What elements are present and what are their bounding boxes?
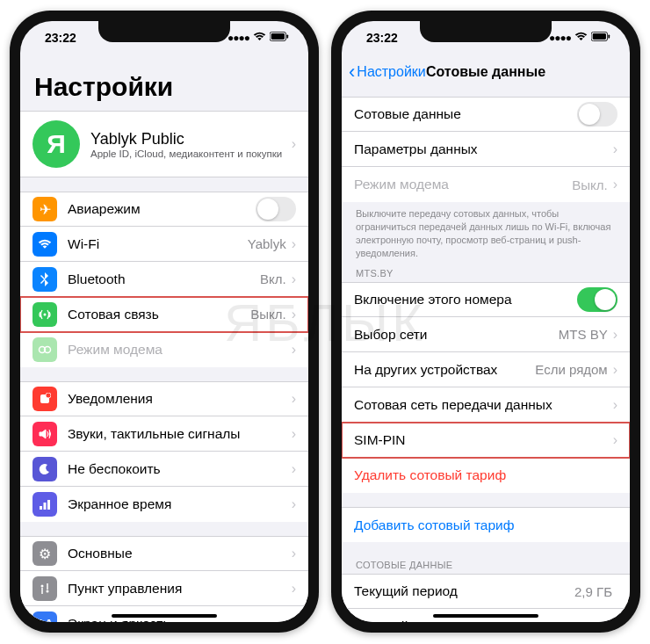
dnd-icon bbox=[32, 457, 57, 481]
row-airplane[interactable]: ✈ Авиарежим bbox=[20, 192, 308, 227]
row-label: SIM-PIN bbox=[354, 432, 613, 448]
row-cellular-network[interactable]: Сотовая сеть передачи данных › bbox=[342, 387, 630, 423]
chevron-right-icon: › bbox=[292, 426, 296, 442]
chevron-right-icon: › bbox=[613, 177, 618, 192]
gear-icon: ⚙ bbox=[32, 541, 57, 566]
screentime-icon bbox=[32, 492, 57, 517]
display-icon: AA bbox=[32, 611, 57, 623]
row-label: Режим модема bbox=[354, 177, 572, 192]
row-data-options[interactable]: Параметры данных › bbox=[342, 132, 630, 167]
sounds-icon bbox=[32, 422, 57, 446]
chevron-right-icon: › bbox=[613, 327, 618, 343]
nav-bar: ‹ Настройки Сотовые данные bbox=[342, 54, 630, 90]
wifi-icon bbox=[32, 232, 57, 257]
home-indicator[interactable] bbox=[433, 614, 538, 618]
back-button[interactable]: ‹ Настройки bbox=[349, 62, 426, 82]
row-cellular-data[interactable]: Сотовые данные bbox=[342, 97, 630, 132]
signal-icon: ●●●● bbox=[228, 32, 249, 44]
chevron-right-icon: › bbox=[292, 342, 296, 358]
row-value: Если рядом bbox=[535, 362, 607, 377]
nav-title: Сотовые данные bbox=[426, 64, 545, 80]
chevron-right-icon: › bbox=[292, 307, 296, 322]
chevron-right-icon: › bbox=[292, 461, 296, 477]
row-notifications[interactable]: Уведомления › bbox=[20, 381, 308, 416]
svg-rect-1 bbox=[271, 33, 285, 40]
row-hotspot: Режим модема › bbox=[20, 332, 308, 367]
group-footer: Выключите передачу сотовых данных, чтобы… bbox=[342, 202, 630, 263]
avatar: Я bbox=[32, 120, 80, 168]
hotspot-icon bbox=[32, 337, 57, 362]
row-current-period[interactable]: Текущий период 2,9 ГБ bbox=[342, 574, 630, 609]
row-bluetooth[interactable]: Bluetooth Вкл. › bbox=[20, 262, 308, 297]
row-label: Удалить сотовый тариф bbox=[354, 467, 618, 483]
chevron-right-icon: › bbox=[292, 581, 296, 597]
cellular-icon bbox=[32, 302, 57, 327]
chevron-right-icon: › bbox=[292, 236, 296, 252]
row-label: Сотовые данные bbox=[354, 106, 577, 122]
row-label: Авиарежим bbox=[68, 201, 256, 217]
row-label: Добавить сотовый тариф bbox=[354, 517, 618, 533]
row-label: Основные bbox=[68, 546, 292, 561]
account-sub: Apple ID, iCloud, медиаконтент и покупки bbox=[90, 148, 282, 159]
account-name: Yablyk Public bbox=[90, 130, 282, 148]
chevron-right-icon: › bbox=[613, 362, 618, 378]
row-value: MTS BY bbox=[559, 327, 608, 342]
row-label: Уведомления bbox=[68, 391, 292, 407]
row-line-enable[interactable]: Включение этого номера bbox=[342, 282, 630, 317]
notch bbox=[420, 21, 552, 42]
row-sim-pin[interactable]: SIM-PIN › bbox=[342, 423, 630, 458]
row-network-select[interactable]: Выбор сети MTS BY › bbox=[342, 317, 630, 352]
row-other-devices[interactable]: На других устройствах Если рядом › bbox=[342, 352, 630, 387]
group-header-usage: СОТОВЫЕ ДАННЫЕ bbox=[342, 554, 630, 574]
chevron-right-icon: › bbox=[292, 391, 296, 407]
row-add-plan[interactable]: Добавить сотовый тариф bbox=[342, 507, 630, 542]
svg-point-7 bbox=[46, 393, 51, 398]
signal-icon: ●●●● bbox=[549, 32, 571, 44]
line-enable-switch[interactable] bbox=[577, 287, 618, 312]
svg-point-3 bbox=[44, 313, 47, 315]
row-label: Сотовая сеть передачи данных bbox=[354, 397, 613, 413]
svg-rect-20 bbox=[593, 33, 606, 40]
row-wifi[interactable]: Wi-Fi Yablyk › bbox=[20, 227, 308, 262]
row-hotspot-r: Режим модема Выкл. › bbox=[342, 167, 630, 202]
apple-id-row[interactable]: Я Yablyk Public Apple ID, iCloud, медиак… bbox=[20, 111, 308, 177]
row-value: 0,4 КБ bbox=[574, 619, 612, 622]
back-label: Настройки bbox=[357, 64, 425, 80]
svg-rect-9 bbox=[44, 503, 47, 510]
row-label: Параметры данных bbox=[354, 141, 613, 157]
control-center-icon bbox=[32, 576, 57, 601]
row-dnd[interactable]: Не беспокоить › bbox=[20, 452, 308, 487]
row-sounds[interactable]: Звуки, тактильные сигналы › bbox=[20, 416, 308, 452]
svg-rect-10 bbox=[47, 500, 50, 510]
chevron-right-icon: › bbox=[292, 546, 296, 561]
phone-left: 23:22 ●●●● Настройки Я Yablyk Public App… bbox=[10, 11, 319, 633]
chevron-left-icon: ‹ bbox=[349, 62, 355, 82]
battery-icon bbox=[270, 32, 289, 44]
wifi-icon bbox=[574, 32, 588, 44]
row-cellular[interactable]: Сотовая связь Выкл. › bbox=[20, 297, 308, 332]
row-screentime[interactable]: Экранное время › bbox=[20, 487, 308, 522]
row-value: 2,9 ГБ bbox=[574, 584, 612, 599]
chevron-right-icon: › bbox=[292, 136, 296, 152]
row-label: Bluetooth bbox=[68, 271, 260, 287]
row-value: Вкл. bbox=[260, 271, 286, 286]
row-label: Не беспокоить bbox=[68, 461, 292, 477]
bluetooth-icon bbox=[32, 267, 57, 292]
row-remove-plan[interactable]: Удалить сотовый тариф bbox=[342, 458, 630, 493]
svg-rect-21 bbox=[608, 34, 610, 38]
cellular-data-switch[interactable] bbox=[577, 102, 618, 127]
home-indicator[interactable] bbox=[112, 614, 217, 618]
row-general[interactable]: ⚙ Основные › bbox=[20, 536, 308, 571]
row-label: Выбор сети bbox=[354, 327, 559, 343]
page-title: Настройки bbox=[20, 54, 308, 111]
row-label: Режим модема bbox=[68, 342, 292, 358]
row-control-center[interactable]: Пункт управления › bbox=[20, 571, 308, 606]
chevron-right-icon: › bbox=[613, 397, 618, 413]
row-label: Текущий период роуминга bbox=[354, 619, 574, 622]
row-label: На других устройствах bbox=[354, 362, 535, 378]
row-value: Выкл. bbox=[250, 307, 285, 322]
airplane-switch[interactable] bbox=[256, 197, 296, 221]
row-value: Yablyk bbox=[248, 236, 286, 251]
chevron-right-icon: › bbox=[292, 616, 296, 623]
notifications-icon bbox=[32, 387, 57, 411]
